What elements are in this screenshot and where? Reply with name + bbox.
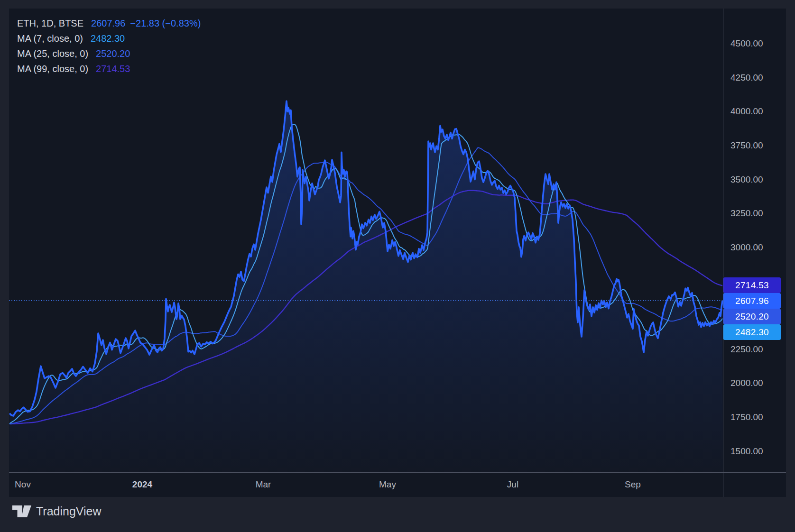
legend: ETH, 1D, BTSE 2607.96 −21.83 (−0.83%) MA… bbox=[17, 16, 201, 76]
time-tick-label: Sep bbox=[625, 479, 641, 490]
price-tick-label: 3000.00 bbox=[730, 242, 784, 253]
time-scale[interactable]: Nov2024MarMayJulSep bbox=[9, 473, 723, 497]
price-tick-label: 4000.00 bbox=[730, 106, 784, 117]
legend-symbol-row[interactable]: ETH, 1D, BTSE 2607.96 −21.83 (−0.83%) bbox=[17, 16, 201, 31]
ma7-value: 2482.30 bbox=[91, 33, 125, 44]
time-tick-label: 2024 bbox=[132, 479, 152, 490]
ma25-label: MA (25, close, 0) bbox=[17, 48, 88, 59]
price-tick-label: 2000.00 bbox=[730, 378, 784, 388]
time-tick-label: Mar bbox=[256, 479, 271, 490]
ma99-badge: 2714.53 bbox=[723, 277, 781, 293]
tradingview-logo-icon bbox=[12, 505, 31, 518]
price-tick-label: 1500.00 bbox=[730, 446, 784, 457]
ma25-badge: 2520.20 bbox=[723, 309, 781, 324]
time-tick-label: May bbox=[379, 479, 396, 490]
price-scale[interactable]: 4500.004250.004000.003750.003500.003250.… bbox=[723, 9, 786, 472]
price-tick-label: 3500.00 bbox=[730, 174, 784, 185]
chart-canvas[interactable] bbox=[0, 0, 795, 532]
price-tick-label: 4500.00 bbox=[730, 38, 784, 49]
price-badge: 2607.96 bbox=[723, 293, 781, 309]
symbol-title: ETH, 1D, BTSE bbox=[17, 18, 83, 29]
ma7-badge: 2482.30 bbox=[723, 324, 781, 340]
symbol-change: −21.83 (−0.83%) bbox=[130, 18, 201, 29]
ma25-value: 2520.20 bbox=[96, 48, 130, 59]
legend-ma99-row[interactable]: MA (99, close, 0) 2714.53 bbox=[17, 61, 201, 76]
tradingview-logo[interactable]: TradingView bbox=[12, 504, 102, 518]
time-tick-label: Nov bbox=[15, 479, 31, 490]
ma99-value: 2714.53 bbox=[96, 64, 130, 74]
tradingview-logo-text: TradingView bbox=[36, 504, 102, 518]
time-tick-label: Jul bbox=[507, 479, 518, 490]
price-tick-label: 3250.00 bbox=[730, 208, 784, 219]
price-tick-label: 1750.00 bbox=[730, 412, 784, 422]
ma7-label: MA (7, close, 0) bbox=[17, 33, 83, 44]
price-tick-label: 4250.00 bbox=[730, 73, 784, 83]
tradingview-chart-window: ETH, 1D, BTSE 2607.96 −21.83 (−0.83%) MA… bbox=[0, 0, 795, 532]
legend-ma7-row[interactable]: MA (7, close, 0) 2482.30 bbox=[17, 31, 201, 46]
price-area-fill bbox=[9, 101, 723, 472]
price-tick-label: 3750.00 bbox=[730, 140, 784, 151]
ma99-label: MA (99, close, 0) bbox=[17, 64, 88, 74]
price-tick-label: 2250.00 bbox=[730, 344, 784, 355]
symbol-last-price: 2607.96 bbox=[91, 18, 125, 29]
legend-ma25-row[interactable]: MA (25, close, 0) 2520.20 bbox=[17, 46, 201, 61]
